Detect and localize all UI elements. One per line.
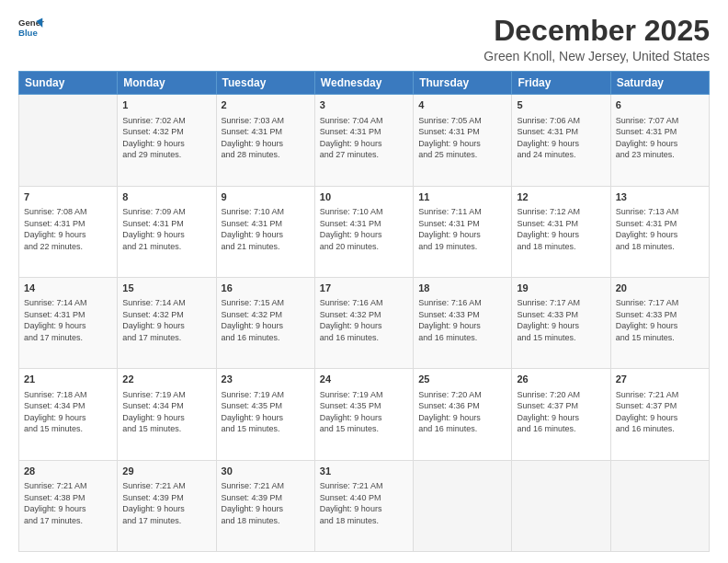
day-number: 1 — [122, 98, 210, 112]
table-row: 3Sunrise: 7:04 AM Sunset: 4:31 PM Daylig… — [314, 95, 413, 186]
table-row: 28Sunrise: 7:21 AM Sunset: 4:38 PM Dayli… — [19, 460, 118, 551]
table-row: 6Sunrise: 7:07 AM Sunset: 4:31 PM Daylig… — [610, 95, 709, 186]
col-tuesday: Tuesday — [216, 72, 314, 95]
table-row: 23Sunrise: 7:19 AM Sunset: 4:35 PM Dayli… — [216, 369, 314, 460]
day-number: 3 — [320, 98, 408, 112]
week-row-4: 28Sunrise: 7:21 AM Sunset: 4:38 PM Dayli… — [19, 460, 710, 551]
day-info: Sunrise: 7:20 AM Sunset: 4:37 PM Dayligh… — [517, 389, 605, 435]
table-row: 11Sunrise: 7:11 AM Sunset: 4:31 PM Dayli… — [414, 186, 512, 277]
day-number: 2 — [222, 98, 310, 112]
day-info: Sunrise: 7:10 AM Sunset: 4:31 PM Dayligh… — [222, 206, 310, 252]
col-sunday: Sunday — [19, 72, 118, 95]
day-info: Sunrise: 7:19 AM Sunset: 4:35 PM Dayligh… — [320, 389, 408, 435]
day-number: 15 — [122, 282, 210, 295]
day-info: Sunrise: 7:17 AM Sunset: 4:33 PM Dayligh… — [616, 297, 704, 343]
day-info: Sunrise: 7:05 AM Sunset: 4:31 PM Dayligh… — [418, 115, 506, 161]
table-row: 27Sunrise: 7:21 AM Sunset: 4:37 PM Dayli… — [610, 369, 709, 460]
table-row: 31Sunrise: 7:21 AM Sunset: 4:40 PM Dayli… — [314, 460, 413, 551]
day-info: Sunrise: 7:06 AM Sunset: 4:31 PM Dayligh… — [517, 115, 605, 161]
table-row: 5Sunrise: 7:06 AM Sunset: 4:31 PM Daylig… — [512, 95, 610, 186]
day-number: 25 — [418, 373, 506, 386]
table-row: 25Sunrise: 7:20 AM Sunset: 4:36 PM Dayli… — [414, 369, 512, 460]
table-row: 20Sunrise: 7:17 AM Sunset: 4:33 PM Dayli… — [610, 277, 709, 368]
week-row-1: 7Sunrise: 7:08 AM Sunset: 4:31 PM Daylig… — [19, 186, 710, 277]
col-thursday: Thursday — [414, 72, 512, 95]
table-row: 7Sunrise: 7:08 AM Sunset: 4:31 PM Daylig… — [19, 186, 118, 277]
day-info: Sunrise: 7:11 AM Sunset: 4:31 PM Dayligh… — [418, 206, 506, 252]
table-row: 8Sunrise: 7:09 AM Sunset: 4:31 PM Daylig… — [118, 186, 216, 277]
table-row — [19, 95, 118, 186]
day-info: Sunrise: 7:19 AM Sunset: 4:35 PM Dayligh… — [222, 389, 310, 435]
table-row — [610, 460, 709, 551]
day-info: Sunrise: 7:14 AM Sunset: 4:32 PM Dayligh… — [122, 297, 210, 343]
day-number: 28 — [24, 465, 112, 478]
title-block: December 2025 Green Knoll, New Jersey, U… — [483, 15, 710, 63]
logo: General Blue — [18, 15, 44, 40]
day-number: 20 — [616, 282, 704, 295]
day-number: 6 — [616, 98, 704, 112]
day-number: 5 — [517, 98, 605, 112]
day-info: Sunrise: 7:14 AM Sunset: 4:31 PM Dayligh… — [24, 297, 112, 343]
table-row: 19Sunrise: 7:17 AM Sunset: 4:33 PM Dayli… — [512, 277, 610, 368]
col-saturday: Saturday — [610, 72, 709, 95]
day-number: 30 — [222, 465, 310, 478]
day-number: 18 — [418, 282, 506, 295]
table-row: 1Sunrise: 7:02 AM Sunset: 4:32 PM Daylig… — [118, 95, 216, 186]
table-row: 24Sunrise: 7:19 AM Sunset: 4:35 PM Dayli… — [314, 369, 413, 460]
day-info: Sunrise: 7:09 AM Sunset: 4:31 PM Dayligh… — [122, 206, 210, 252]
day-info: Sunrise: 7:21 AM Sunset: 4:39 PM Dayligh… — [122, 480, 210, 526]
svg-text:Blue: Blue — [18, 28, 38, 38]
table-row: 14Sunrise: 7:14 AM Sunset: 4:31 PM Dayli… — [19, 277, 118, 368]
header-row: Sunday Monday Tuesday Wednesday Thursday… — [19, 72, 710, 95]
day-info: Sunrise: 7:21 AM Sunset: 4:40 PM Dayligh… — [320, 480, 408, 526]
week-row-0: 1Sunrise: 7:02 AM Sunset: 4:32 PM Daylig… — [19, 95, 710, 186]
table-row: 26Sunrise: 7:20 AM Sunset: 4:37 PM Dayli… — [512, 369, 610, 460]
day-info: Sunrise: 7:21 AM Sunset: 4:39 PM Dayligh… — [222, 480, 310, 526]
day-number: 14 — [24, 282, 112, 295]
day-info: Sunrise: 7:19 AM Sunset: 4:34 PM Dayligh… — [122, 389, 210, 435]
day-number: 21 — [24, 373, 112, 386]
day-number: 10 — [320, 190, 408, 204]
day-number: 19 — [517, 282, 605, 295]
col-wednesday: Wednesday — [314, 72, 413, 95]
calendar-subtitle: Green Knoll, New Jersey, United States — [483, 49, 710, 63]
day-info: Sunrise: 7:13 AM Sunset: 4:31 PM Dayligh… — [616, 206, 704, 252]
table-row: 29Sunrise: 7:21 AM Sunset: 4:39 PM Dayli… — [118, 460, 216, 551]
col-monday: Monday — [118, 72, 216, 95]
day-number: 4 — [418, 98, 506, 112]
table-row: 15Sunrise: 7:14 AM Sunset: 4:32 PM Dayli… — [118, 277, 216, 368]
day-number: 22 — [122, 373, 210, 386]
logo-icon: General Blue — [18, 15, 44, 40]
day-number: 13 — [616, 190, 704, 204]
day-number: 9 — [222, 190, 310, 204]
header: General Blue December 2025 Green Knoll, … — [18, 15, 710, 63]
calendar-title: December 2025 — [483, 15, 710, 47]
table-row: 22Sunrise: 7:19 AM Sunset: 4:34 PM Dayli… — [118, 369, 216, 460]
day-number: 29 — [122, 465, 210, 478]
day-number: 31 — [320, 465, 408, 478]
table-row: 9Sunrise: 7:10 AM Sunset: 4:31 PM Daylig… — [216, 186, 314, 277]
table-row: 18Sunrise: 7:16 AM Sunset: 4:33 PM Dayli… — [414, 277, 512, 368]
day-info: Sunrise: 7:21 AM Sunset: 4:38 PM Dayligh… — [24, 480, 112, 526]
week-row-3: 21Sunrise: 7:18 AM Sunset: 4:34 PM Dayli… — [19, 369, 710, 460]
day-number: 17 — [320, 282, 408, 295]
day-info: Sunrise: 7:16 AM Sunset: 4:33 PM Dayligh… — [418, 297, 506, 343]
table-row: 21Sunrise: 7:18 AM Sunset: 4:34 PM Dayli… — [19, 369, 118, 460]
col-friday: Friday — [512, 72, 610, 95]
day-number: 7 — [24, 190, 112, 204]
day-info: Sunrise: 7:17 AM Sunset: 4:33 PM Dayligh… — [517, 297, 605, 343]
table-row: 30Sunrise: 7:21 AM Sunset: 4:39 PM Dayli… — [216, 460, 314, 551]
table-row: 12Sunrise: 7:12 AM Sunset: 4:31 PM Dayli… — [512, 186, 610, 277]
table-row — [414, 460, 512, 551]
day-number: 8 — [122, 190, 210, 204]
day-number: 23 — [222, 373, 310, 386]
day-info: Sunrise: 7:02 AM Sunset: 4:32 PM Dayligh… — [122, 115, 210, 161]
day-info: Sunrise: 7:10 AM Sunset: 4:31 PM Dayligh… — [320, 206, 408, 252]
day-info: Sunrise: 7:07 AM Sunset: 4:31 PM Dayligh… — [616, 115, 704, 161]
page: General Blue December 2025 Green Knoll, … — [0, 0, 728, 563]
day-info: Sunrise: 7:21 AM Sunset: 4:37 PM Dayligh… — [616, 389, 704, 435]
table-row: 17Sunrise: 7:16 AM Sunset: 4:32 PM Dayli… — [314, 277, 413, 368]
table-row: 4Sunrise: 7:05 AM Sunset: 4:31 PM Daylig… — [414, 95, 512, 186]
day-number: 11 — [418, 190, 506, 204]
day-number: 12 — [517, 190, 605, 204]
